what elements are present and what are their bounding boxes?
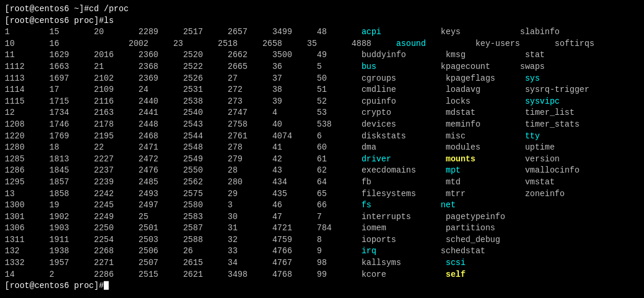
ls-row-7: 1115 1715 2116 2440 2538 273 39 52 cpuin…: [5, 96, 639, 108]
ls-row-10: 1220 1769 2195 2468 2544 2761 4074 6 dis…: [5, 131, 639, 143]
ls-row-14: 1295 1857 2239 2485 2562 280 434 64 fb m…: [5, 177, 639, 188]
ls-row-6: 1114 17 2109 24 2531 272 38 51 cmdline l…: [5, 84, 639, 96]
ls-row-18: 1306 1903 2250 2501 2587 31 4721 784 iom…: [5, 223, 639, 234]
ls-row-22: 14 2 2286 2515 2621 3498 4768 99 kcore s…: [5, 269, 639, 281]
ls-row-16: 1300 19 2245 2497 2580 3 46 66 fs net: [5, 200, 639, 211]
ls-row-3: 11 1629 2016 2360 2520 2662 3500 49 budd…: [5, 49, 639, 61]
ls-row-8: 12 1734 2163 2441 2540 2747 4 53 crypto …: [5, 107, 639, 119]
ls-row-1: 1 15 20 2289 2517 2657 3499 48 acpi keys…: [5, 27, 639, 38]
ls-row-9: 1208 1746 2178 2448 2543 2758 40 538 dev…: [5, 119, 639, 131]
ls-row-19: 1311 1911 2254 2503 2588 32 4759 8 iopor…: [5, 234, 639, 246]
ls-row-13: 1286 1845 2237 2476 2550 28 43 62 execdo…: [5, 165, 639, 177]
ls-row-5: 1113 1697 2102 2369 2526 27 37 50 cgroup…: [5, 73, 639, 85]
command-line-2: [root@centos6 proc]#ls: [5, 15, 639, 27]
ls-row-2: 10 16 2002 23 2518 2658 35 4888 asound k…: [5, 38, 639, 50]
ls-row-17: 1301 1902 2249 25 2583 30 47 7 interrupt…: [5, 211, 639, 223]
ls-row-21: 1332 1957 2271 2507 2615 34 4767 98 kall…: [5, 257, 639, 269]
ls-row-11: 1280 18 22 2471 2548 278 41 60 dma modul…: [5, 142, 639, 154]
ls-row-12: 1285 1813 2227 2472 2549 279 42 61 drive…: [5, 154, 639, 165]
terminal-window: [root@centos6 ~]#cd /proc [root@centos6 …: [5, 4, 639, 294]
last-prompt: [root@centos6 proc]#█: [5, 280, 639, 292]
ls-row-4: 1112 1663 21 2368 2522 2665 36 5 bus kpa…: [5, 61, 639, 73]
command-line-1: [root@centos6 ~]#cd /proc: [5, 4, 639, 15]
ls-row-15: 13 1858 2242 2493 2575 29 435 65 filesys…: [5, 188, 639, 200]
ls-row-20: 132 1938 2268 2506 26 33 4766 9 irq sche…: [5, 246, 639, 257]
